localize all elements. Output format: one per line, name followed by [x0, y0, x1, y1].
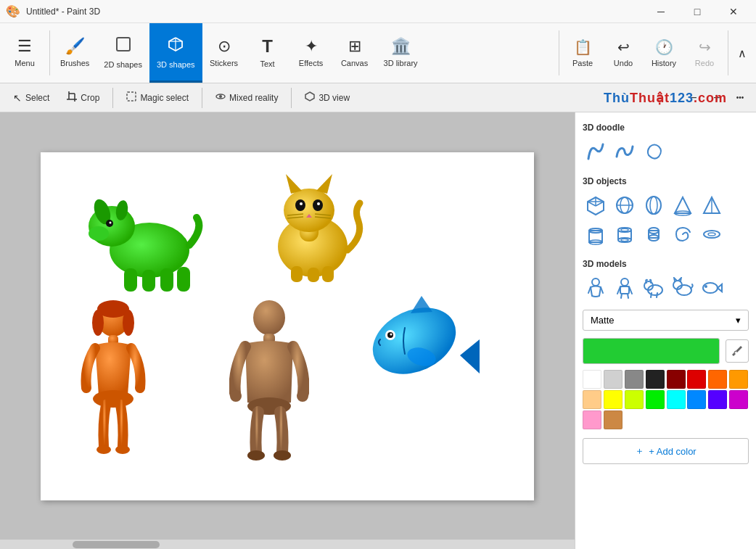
palette-color-cell[interactable]: [583, 410, 601, 429]
svg-rect-20: [160, 268, 173, 292]
paste-label: Paste: [572, 59, 593, 67]
object-capsule[interactable]: [641, 221, 667, 247]
tab-3d-shapes-label: 3D shapes: [157, 60, 195, 69]
dog-green-object[interactable]: [77, 174, 222, 297]
tab-brushes[interactable]: 🖌️ Brushes: [53, 23, 96, 83]
doodle-title: 3D doodle: [583, 123, 749, 133]
doodle-section: 3D doodle: [583, 120, 749, 173]
toolbar-separator-1: [112, 88, 113, 108]
tab-menu[interactable]: ☰ Menu: [3, 23, 46, 83]
doodle-icon-smooth[interactable]: [612, 139, 638, 165]
tab-menu-label: Menu: [15, 59, 35, 67]
active-color-preview[interactable]: [583, 338, 720, 364]
svg-line-107: [734, 351, 736, 352]
material-dropdown[interactable]: Matte ▾: [583, 310, 749, 331]
tab-stickers[interactable]: ⊙ Stickers: [202, 23, 246, 83]
object-cone[interactable]: [670, 192, 696, 218]
palette-color-cell[interactable]: [604, 410, 623, 429]
right-panel: 3D doodle 3D objects: [575, 112, 756, 549]
add-color-button[interactable]: ＋ + Add color: [583, 438, 749, 464]
svg-marker-41: [411, 296, 432, 313]
tab-2d-shapes-label: 2D shapes: [104, 60, 142, 69]
palette-color-cell[interactable]: [604, 390, 623, 409]
model-male-person[interactable]: [612, 275, 638, 301]
model-fish[interactable]: [699, 275, 725, 301]
svg-point-102: [677, 285, 691, 295]
tab-3d-shapes[interactable]: 3D shapes: [149, 23, 202, 83]
tab-canvas-label: Canvas: [341, 59, 368, 67]
tab-3d-library[interactable]: 🏛️ 3D library: [377, 23, 425, 83]
palette-color-cell[interactable]: [646, 370, 665, 389]
object-pyramid[interactable]: [699, 192, 725, 218]
svg-rect-18: [124, 268, 137, 292]
palette-color-cell[interactable]: [667, 370, 686, 389]
svg-rect-37: [308, 268, 319, 282]
redo-button[interactable]: ↪ Redo: [684, 23, 725, 83]
svg-point-87: [704, 231, 720, 238]
crop-tool-button[interactable]: Crop: [59, 86, 107, 110]
svg-point-89: [592, 278, 599, 286]
history-label: History: [652, 59, 676, 67]
svg-point-59: [247, 450, 265, 461]
palette-color-cell[interactable]: [708, 390, 727, 409]
object-ellipsoid[interactable]: [641, 192, 667, 218]
3d-view-label: 3D view: [319, 93, 350, 103]
model-dog[interactable]: [641, 275, 667, 301]
palette-color-cell[interactable]: [646, 390, 665, 409]
palette-color-cell[interactable]: [625, 390, 644, 409]
model-female-person[interactable]: [583, 275, 609, 301]
palette-color-cell[interactable]: [729, 370, 748, 389]
palette-color-cell[interactable]: [625, 370, 644, 389]
svg-point-88: [708, 233, 715, 236]
tab-canvas[interactable]: ⊞ Canvas: [333, 23, 377, 83]
svg-rect-7: [127, 92, 136, 101]
fish-blue-object[interactable]: [353, 276, 483, 406]
object-shell[interactable]: [670, 221, 696, 247]
svg-point-13: [89, 226, 109, 241]
select-tool-button[interactable]: ↖ Select: [6, 86, 57, 110]
object-cylinder[interactable]: [583, 221, 609, 247]
minimize-button[interactable]: ─: [644, 0, 678, 23]
color-palette: [583, 370, 749, 429]
object-sphere[interactable]: [612, 192, 638, 218]
palette-color-cell[interactable]: [583, 390, 601, 409]
doodle-icon-blob[interactable]: [641, 139, 667, 165]
svg-line-96: [621, 294, 622, 298]
chevron-up-button[interactable]: ∧: [731, 23, 753, 83]
close-button[interactable]: ✕: [717, 0, 750, 23]
object-hollow-cylinder[interactable]: [612, 221, 638, 247]
magic-select-button[interactable]: Magic select: [119, 86, 196, 110]
cat-yellow-object[interactable]: [244, 163, 374, 286]
models-icons-grid: [583, 275, 749, 301]
object-torus[interactable]: [699, 221, 725, 247]
tab-2d-shapes[interactable]: 2D shapes: [96, 23, 149, 83]
paste-button[interactable]: 📋 Paste: [562, 23, 603, 83]
svg-point-69: [646, 197, 661, 214]
color-preview-row: [583, 338, 749, 364]
eyedropper-button[interactable]: [726, 339, 749, 363]
object-cube[interactable]: [583, 192, 609, 218]
palette-color-cell[interactable]: [729, 390, 748, 409]
maximize-button[interactable]: □: [681, 0, 714, 23]
scrollbar-thumb[interactable]: [73, 541, 160, 548]
palette-color-cell[interactable]: [687, 370, 706, 389]
woman-orange-object[interactable]: [81, 297, 146, 464]
palette-color-cell[interactable]: [583, 370, 601, 389]
palette-color-cell[interactable]: [687, 390, 706, 409]
palette-color-cell[interactable]: [708, 370, 727, 389]
palette-color-cell[interactable]: [604, 370, 623, 389]
canvas-scrollbar[interactable]: [0, 540, 575, 549]
svg-line-91: [601, 287, 603, 293]
undo-button[interactable]: ↩ Undo: [603, 23, 644, 83]
man-brown-object[interactable]: [229, 297, 309, 464]
tab-text[interactable]: T Text: [246, 23, 289, 83]
mixed-reality-button[interactable]: Mixed reality: [208, 86, 285, 110]
history-button[interactable]: 🕐 History: [644, 23, 684, 83]
palette-color-cell[interactable]: [667, 390, 686, 409]
3d-view-button[interactable]: 3D view: [297, 86, 357, 110]
tab-effects[interactable]: ✦ Effects: [289, 23, 333, 83]
canvas-area[interactable]: [0, 112, 575, 549]
model-cat[interactable]: [670, 275, 696, 301]
doodle-icon-curve[interactable]: [583, 139, 609, 165]
more-options-button[interactable]: •••: [730, 88, 750, 108]
